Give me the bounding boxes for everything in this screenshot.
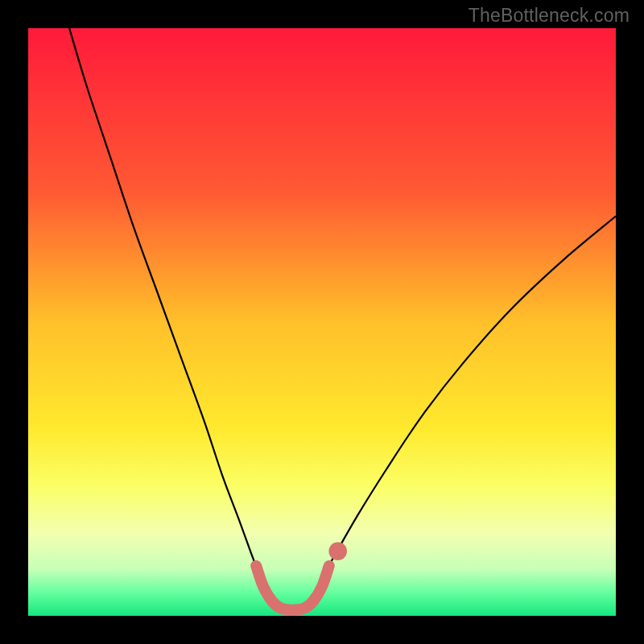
gradient-background: [28, 28, 616, 616]
watermark-text: TheBottleneck.com: [469, 5, 630, 27]
marker-dot: [328, 542, 347, 560]
chart-frame: TheBottleneck.com: [0, 0, 644, 644]
bottleneck-chart: [28, 28, 616, 616]
marker-group: [328, 542, 347, 560]
plot-area: [28, 28, 616, 616]
